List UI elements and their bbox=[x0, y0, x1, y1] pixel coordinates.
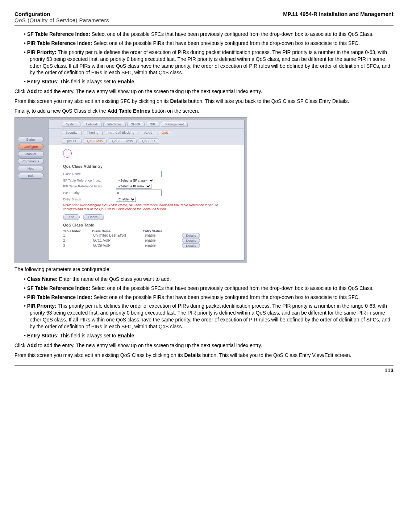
cancel-button[interactable]: Cancel bbox=[83, 214, 104, 220]
text: This field is always set to bbox=[59, 333, 117, 338]
screenshot-figure: Status Configure Monitor Commands Help E… bbox=[14, 117, 247, 263]
bullet-list-1: SF Table Reference Index: Select one of … bbox=[14, 31, 394, 85]
list-item: PIR Table Reference Index: Select one of… bbox=[24, 40, 394, 47]
paragraph: From this screen you may also edit an ex… bbox=[14, 98, 394, 105]
sidebar-item-help[interactable]: Help bbox=[18, 166, 44, 171]
header-right: MP.11 4954-R Installation and Management bbox=[283, 11, 394, 23]
tab-qos[interactable]: QoS bbox=[158, 130, 172, 135]
term: PIR Table Reference Index: bbox=[27, 40, 92, 46]
tab-qos-su[interactable]: QoS SU bbox=[62, 138, 82, 144]
paragraph: Click Add to add the entry. The new entr… bbox=[14, 342, 394, 349]
tab-qos-sf-class[interactable]: QoS SF Class bbox=[108, 138, 137, 144]
section-add-entry: Qos Class Add Entry bbox=[63, 164, 230, 169]
paragraph: From this screen you may also edit an ex… bbox=[14, 352, 394, 359]
class-name-label: Class Name bbox=[63, 172, 114, 176]
term: PIR Table Reference Index: bbox=[27, 294, 92, 300]
tab-security[interactable]: Security bbox=[62, 130, 82, 135]
class-name-input[interactable] bbox=[116, 171, 162, 177]
page-footer: 113 bbox=[14, 365, 394, 373]
back-icon[interactable]: ← bbox=[63, 149, 72, 158]
form-note: Note: User Must configure QoS Class Name… bbox=[63, 203, 230, 211]
tab-network[interactable]: Network bbox=[82, 122, 102, 127]
term: Entry Status: bbox=[27, 333, 59, 338]
text: Enter the name of the QoS class you want… bbox=[58, 276, 171, 282]
list-item: SF Table Reference Index: Select one of … bbox=[24, 31, 394, 38]
list-item: PIR Priority: This priority per rule def… bbox=[24, 303, 394, 330]
tail: . bbox=[134, 79, 136, 84]
page-header: Configuration QoS (Quality of Service) P… bbox=[14, 11, 394, 26]
tab-filtering[interactable]: Filtering bbox=[83, 130, 103, 135]
tab-interfaces[interactable]: Interfaces bbox=[103, 122, 126, 127]
pir-index-select[interactable]: –Select a PI rule– bbox=[116, 184, 151, 189]
table-row: 2 G711 VoIP enable Details bbox=[63, 238, 230, 243]
term: PIR Priority: bbox=[27, 49, 57, 55]
tab-vlan[interactable]: VLAN bbox=[140, 130, 157, 135]
fig-content: ← Qos Class Add Entry Class Name SF Tabl… bbox=[49, 145, 244, 252]
text: Select one of the possible PIRs that hav… bbox=[92, 40, 360, 46]
table-row: 3 G729 VoIP enable Details bbox=[63, 243, 230, 248]
sidebar-item-exit[interactable]: Exit bbox=[18, 173, 44, 179]
sf-index-label: SF Table Reference Index bbox=[63, 179, 114, 182]
header-left: Configuration QoS (Quality of Service) P… bbox=[14, 11, 109, 23]
paragraph: Click Add to add the entry. The new entr… bbox=[14, 88, 394, 95]
tabs-row-3: QoS SU QoS Class QoS SF Class QoS PIR bbox=[49, 137, 244, 145]
term: PIR Priority: bbox=[27, 303, 57, 309]
page-number: 113 bbox=[384, 367, 394, 373]
text: This priority per rule defines the order… bbox=[30, 49, 390, 76]
text: Select one of the possible PIRs that hav… bbox=[92, 294, 360, 300]
tabs-row-1: System Network Interfaces SNMP RIP Manag… bbox=[49, 120, 244, 129]
details-button[interactable]: Details bbox=[182, 243, 200, 248]
th-status: Entry Status bbox=[143, 229, 179, 233]
term2: Enable bbox=[117, 333, 134, 338]
term: SF Table Reference Index: bbox=[27, 285, 90, 291]
entry-status-select[interactable]: Enable bbox=[116, 197, 136, 202]
tab-rip[interactable]: RIP bbox=[146, 122, 159, 127]
header-title: Configuration bbox=[14, 11, 109, 17]
tab-snmp[interactable]: SNMP bbox=[127, 122, 145, 127]
fig-sidebar: Status Configure Monitor Commands Help E… bbox=[15, 118, 47, 263]
tab-qos-pir[interactable]: QoS PIR bbox=[138, 138, 159, 144]
th-blank bbox=[179, 229, 204, 233]
list-item: PIR Table Reference Index: Select one of… bbox=[24, 294, 394, 301]
text: Select one of the possible SFCs that hav… bbox=[90, 285, 374, 291]
header-subtitle: QoS (Quality of Service) Parameters bbox=[14, 17, 109, 23]
table-row: 1 Unlimited Best Effort enable Details bbox=[63, 233, 230, 238]
list-item: PIR Priority: This priority per rule def… bbox=[24, 49, 394, 76]
section-class-table: QoS Class Table bbox=[63, 223, 230, 227]
tab-management[interactable]: Management bbox=[161, 122, 188, 127]
tab-intracell[interactable]: Intra-Cell Blocking bbox=[104, 130, 138, 135]
qos-class-table: Table Index Class Name Entry Status 1 Un… bbox=[63, 229, 230, 248]
list-item: Entry Status: This field is always set t… bbox=[24, 332, 394, 339]
table-header-row: Table Index Class Name Entry Status bbox=[63, 229, 230, 233]
sidebar-item-monitor[interactable]: Monitor bbox=[18, 151, 44, 157]
tab-system[interactable]: System bbox=[62, 122, 80, 127]
list-item: Entry Status: This field is always set t… bbox=[24, 78, 394, 85]
pir-priority-label: PIR Priority bbox=[63, 191, 114, 195]
th-classname: Class Name bbox=[92, 229, 143, 233]
tab-qos-class[interactable]: QoS Class bbox=[83, 138, 107, 144]
details-button[interactable]: Details bbox=[182, 233, 200, 238]
fig-main: System Network Interfaces SNMP RIP Manag… bbox=[48, 120, 245, 261]
sidebar-item-status[interactable]: Status bbox=[18, 137, 44, 142]
tabs-row-2: Security Filtering Intra-Cell Blocking V… bbox=[49, 129, 244, 137]
paragraph: The following parameters are configurabl… bbox=[14, 266, 394, 273]
text: Select one of the possible SFCs that hav… bbox=[90, 31, 374, 37]
sidebar-item-commands[interactable]: Commands bbox=[18, 158, 44, 164]
pir-priority-input[interactable] bbox=[116, 190, 162, 196]
list-item: SF Table Reference Index: Select one of … bbox=[24, 285, 394, 292]
sf-index-select[interactable]: –Select a SF class– bbox=[116, 178, 154, 183]
text: This priority per rule defines the order… bbox=[30, 303, 390, 329]
sidebar-item-configure[interactable]: Configure bbox=[18, 144, 44, 150]
term2: Enable bbox=[117, 79, 134, 84]
text: This field is always set to bbox=[59, 79, 117, 84]
add-button[interactable]: Add bbox=[63, 214, 80, 220]
list-item: Class Name: Enter the name of the QoS cl… bbox=[24, 276, 394, 283]
term: Entry Status: bbox=[27, 79, 59, 84]
paragraph: Finally, to add a new QoS Class click th… bbox=[14, 108, 394, 115]
term: SF Table Reference Index: bbox=[27, 31, 90, 37]
tail: . bbox=[134, 333, 136, 338]
entry-status-label: Entry Status bbox=[63, 198, 114, 201]
details-button[interactable]: Details bbox=[182, 238, 200, 243]
th-index: Table Index bbox=[63, 229, 92, 233]
pir-index-label: PIR Table Reference Index bbox=[63, 184, 114, 188]
